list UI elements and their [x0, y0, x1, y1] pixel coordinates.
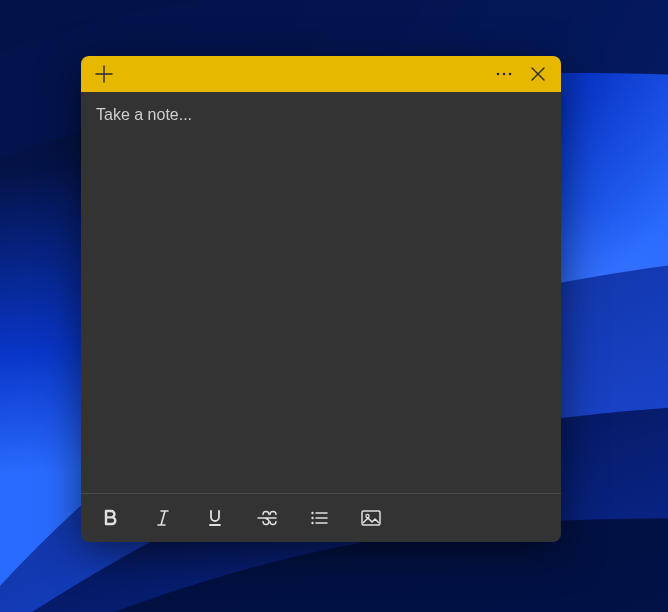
new-note-button[interactable] [87, 56, 121, 92]
titlebar [81, 56, 561, 92]
italic-button[interactable] [137, 494, 189, 542]
format-toolbar [81, 493, 561, 542]
note-body: Take a note... [81, 92, 561, 493]
italic-icon [153, 508, 173, 528]
strikethrough-icon [256, 508, 278, 528]
svg-point-5 [311, 522, 313, 524]
more-options-button[interactable] [487, 56, 521, 92]
bullet-list-button[interactable] [293, 494, 345, 542]
more-icon [495, 65, 513, 83]
image-icon [360, 508, 382, 528]
underline-icon [205, 508, 225, 528]
note-editor[interactable] [81, 92, 561, 493]
close-icon [530, 66, 546, 82]
svg-point-0 [497, 73, 500, 76]
svg-point-4 [311, 517, 313, 519]
svg-point-1 [503, 73, 506, 76]
list-icon [309, 508, 329, 528]
svg-rect-6 [362, 511, 380, 525]
add-image-button[interactable] [345, 494, 397, 542]
svg-point-3 [311, 512, 313, 514]
strikethrough-button[interactable] [241, 494, 293, 542]
close-button[interactable] [521, 56, 555, 92]
bold-button[interactable] [85, 494, 137, 542]
underline-button[interactable] [189, 494, 241, 542]
svg-point-7 [366, 514, 369, 517]
plus-icon [95, 65, 113, 83]
sticky-note-window: Take a note... [81, 56, 561, 542]
svg-point-2 [509, 73, 512, 76]
bold-icon [101, 508, 121, 528]
